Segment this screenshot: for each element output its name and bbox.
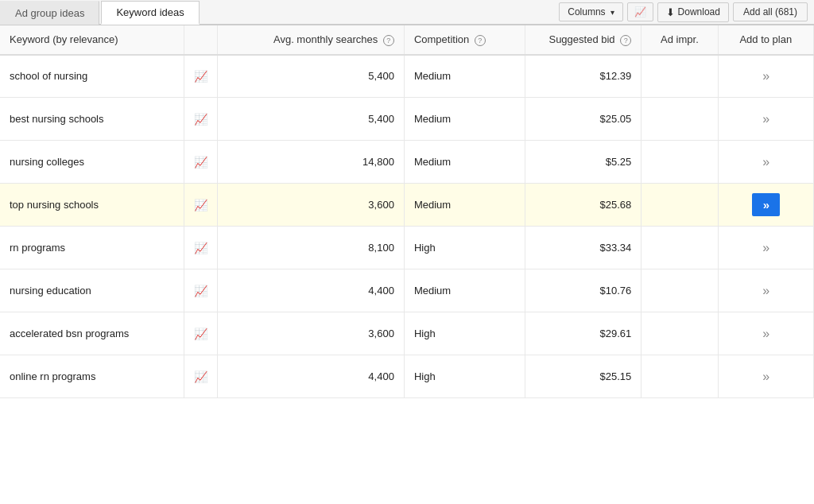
cell-chart-icon[interactable]: 📈 <box>184 141 218 184</box>
cell-avg-monthly: 8,100 <box>218 227 405 269</box>
cell-chart-icon[interactable]: 📈 <box>184 269 218 312</box>
col-header-keyword: Keyword (by relevance) <box>0 25 184 55</box>
add-all-button[interactable]: Add all (681) <box>733 2 808 21</box>
cell-competition: Medium <box>404 141 525 184</box>
cell-chart-icon[interactable]: 📈 <box>184 312 218 355</box>
cell-chart-icon[interactable]: 📈 <box>184 184 218 227</box>
col-header-avg-monthly: Avg. monthly searches ? <box>218 25 405 55</box>
tab-keyword-ideas[interactable]: Keyword ideas <box>101 1 199 25</box>
cell-avg-monthly: 3,600 <box>218 184 405 227</box>
add-to-plan-chevron[interactable]: » <box>762 284 769 297</box>
chevron-down-icon: ▾ <box>610 8 614 17</box>
top-area: Ad group ideas Keyword ideas Columns ▾ 📈… <box>0 0 814 25</box>
cell-keyword: accelerated bsn programs <box>0 312 184 355</box>
trend-chart-icon: 📈 <box>194 113 207 126</box>
cell-keyword: online rn programs <box>0 355 184 398</box>
cell-competition: High <box>404 312 525 355</box>
tabs-section: Ad group ideas Keyword ideas <box>0 0 201 24</box>
add-to-plan-button-active[interactable]: » <box>752 193 780 216</box>
col-header-competition: Competition ? <box>404 25 525 55</box>
cell-competition: High <box>404 227 525 269</box>
cell-avg-monthly: 5,400 <box>218 98 405 141</box>
trend-chart-icon: 📈 <box>194 156 207 169</box>
add-to-plan-chevron[interactable]: » <box>762 69 769 83</box>
cell-add-to-plan[interactable]: » <box>718 227 813 269</box>
toolbar-section: Columns ▾ 📈 ⬇ Download Add all (681) <box>559 2 814 22</box>
trend-chart-icon: 📈 <box>194 70 207 83</box>
table-row: rn programs📈8,100High$33.34» <box>0 227 814 269</box>
add-to-plan-chevron[interactable]: » <box>762 155 769 169</box>
cell-ad-impr <box>642 355 718 398</box>
cell-add-to-plan[interactable]: » <box>718 98 813 141</box>
keyword-ideas-table: Keyword (by relevance) Avg. monthly sear… <box>0 25 814 398</box>
cell-competition: Medium <box>404 98 525 141</box>
cell-competition: Medium <box>404 55 525 98</box>
cell-chart-icon[interactable]: 📈 <box>184 98 218 141</box>
cell-avg-monthly: 14,800 <box>218 141 405 184</box>
cell-add-to-plan[interactable]: » <box>718 269 813 312</box>
add-to-plan-chevron[interactable]: » <box>762 241 769 254</box>
cell-ad-impr <box>642 269 718 312</box>
cell-suggested-bid: $25.15 <box>525 355 642 398</box>
table-header-row: Keyword (by relevance) Avg. monthly sear… <box>0 25 814 55</box>
cell-ad-impr <box>642 227 718 269</box>
col-header-chart <box>184 25 218 55</box>
add-to-plan-chevron[interactable]: » <box>762 370 769 383</box>
tab-ad-group-ideas[interactable]: Ad group ideas <box>0 1 99 25</box>
cell-ad-impr <box>642 141 718 184</box>
add-to-plan-chevron[interactable]: » <box>762 112 769 126</box>
competition-help-icon[interactable]: ? <box>475 35 486 46</box>
cell-avg-monthly: 4,400 <box>218 355 405 398</box>
cell-add-to-plan[interactable]: » <box>718 141 813 184</box>
table-row: nursing colleges📈14,800Medium$5.25» <box>0 141 814 184</box>
trend-chart-icon: 📈 <box>194 328 207 340</box>
cell-competition: Medium <box>404 269 525 312</box>
cell-competition: High <box>404 355 525 398</box>
cell-suggested-bid: $29.61 <box>525 312 642 355</box>
trend-chart-icon: 📈 <box>194 242 207 254</box>
table-row: best nursing schools📈5,400Medium$25.05» <box>0 98 814 141</box>
trend-chart-icon: 📈 <box>194 199 207 211</box>
col-header-ad-impr: Ad impr. <box>642 25 718 55</box>
cell-keyword: rn programs <box>0 227 184 269</box>
cell-suggested-bid: $33.34 <box>525 227 642 269</box>
chart-icon: 📈 <box>634 6 646 17</box>
suggested-bid-help-icon[interactable]: ? <box>620 35 631 46</box>
table-row: nursing education📈4,400Medium$10.76» <box>0 269 814 312</box>
cell-add-to-plan[interactable]: » <box>718 55 813 98</box>
cell-keyword: nursing education <box>0 269 184 312</box>
cell-keyword: best nursing schools <box>0 98 184 141</box>
keyword-ideas-table-container: Keyword (by relevance) Avg. monthly sear… <box>0 25 814 398</box>
cell-add-to-plan[interactable]: » <box>718 312 813 355</box>
trend-chart-icon: 📈 <box>194 370 207 383</box>
download-button[interactable]: ⬇ Download <box>657 2 729 22</box>
cell-chart-icon[interactable]: 📈 <box>184 355 218 398</box>
chart-button[interactable]: 📈 <box>627 2 653 21</box>
cell-add-to-plan[interactable]: » <box>718 355 813 398</box>
cell-suggested-bid: $25.05 <box>525 98 642 141</box>
cell-suggested-bid: $12.39 <box>525 55 642 98</box>
cell-competition: Medium <box>404 184 525 227</box>
cell-chart-icon[interactable]: 📈 <box>184 227 218 269</box>
table-row: accelerated bsn programs📈3,600High$29.61… <box>0 312 814 355</box>
cell-add-to-plan[interactable]: » <box>718 184 813 227</box>
table-row: school of nursing📈5,400Medium$12.39» <box>0 55 814 98</box>
add-to-plan-chevron[interactable]: » <box>762 327 769 340</box>
columns-button[interactable]: Columns ▾ <box>559 2 622 21</box>
avg-monthly-help-icon[interactable]: ? <box>383 35 394 46</box>
cell-suggested-bid: $25.68 <box>525 184 642 227</box>
cell-ad-impr <box>642 55 718 98</box>
col-header-add-to-plan: Add to plan <box>718 25 813 55</box>
cell-ad-impr <box>642 184 718 227</box>
table-row: online rn programs📈4,400High$25.15» <box>0 355 814 398</box>
cell-suggested-bid: $5.25 <box>525 141 642 184</box>
col-header-suggested-bid: Suggested bid ? <box>525 25 642 55</box>
cell-avg-monthly: 4,400 <box>218 269 405 312</box>
cell-ad-impr <box>642 312 718 355</box>
cell-keyword: nursing colleges <box>0 141 184 184</box>
table-row: top nursing schools📈3,600Medium$25.68» <box>0 184 814 227</box>
download-icon: ⬇ <box>666 6 675 18</box>
cell-suggested-bid: $10.76 <box>525 269 642 312</box>
cell-chart-icon[interactable]: 📈 <box>184 55 218 98</box>
cell-avg-monthly: 3,600 <box>218 312 405 355</box>
